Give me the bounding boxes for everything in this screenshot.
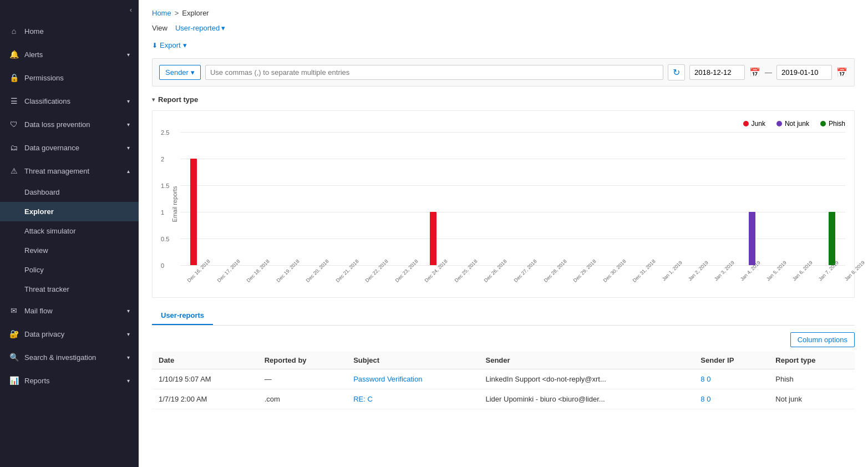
cell-sender-ip[interactable]: 8 0: [694, 369, 769, 389]
filter-input[interactable]: [205, 65, 663, 80]
cell-report-type: Not junk: [769, 389, 855, 409]
table-row: 1/10/19 5:07 AM—Password VerificationLin…: [152, 369, 855, 389]
sidebar-item-attack-simulator[interactable]: Attack simulator: [0, 221, 139, 241]
column-options-button[interactable]: Column options: [790, 332, 855, 347]
bar-group: [819, 132, 845, 265]
view-select[interactable]: User-reported ▾: [175, 24, 225, 32]
col-header-subject[interactable]: Subject: [347, 352, 479, 369]
y-tick-1: 1: [161, 209, 164, 216]
y-tick-15: 1.5: [161, 182, 169, 189]
col-header-date[interactable]: Date: [152, 352, 258, 369]
sidebar-item-permissions[interactable]: 🔒 Permissions: [0, 66, 139, 89]
cell-subject[interactable]: Password Verification: [347, 369, 479, 389]
sidebar-item-data-governance[interactable]: 🗂 Data governance ▾: [0, 136, 139, 159]
filter-bar: Sender ▾ ↻ 📅 — 📅: [152, 58, 855, 87]
cell-report-type: Phish: [769, 369, 855, 389]
col-header-report-type[interactable]: Report type: [769, 352, 855, 369]
sidebar-item-dashboard[interactable]: Dashboard: [0, 182, 139, 202]
bar-group: [739, 132, 765, 265]
sender-button[interactable]: Sender ▾: [159, 65, 201, 80]
bar-group: [632, 132, 659, 265]
chart-bars: [180, 132, 845, 265]
collapse-icon[interactable]: ▾: [152, 97, 155, 103]
sidebar-item-review[interactable]: Review: [0, 241, 139, 260]
chevron-down-icon: ▾: [127, 145, 130, 151]
breadcrumb: Home > Explorer: [152, 9, 855, 17]
threat-management-icon: ⚠: [9, 166, 19, 176]
end-date-input[interactable]: [776, 65, 832, 80]
sidebar-item-home[interactable]: ⌂ Home: [0, 19, 139, 43]
permissions-icon: 🔒: [9, 73, 19, 83]
refresh-button[interactable]: ↻: [668, 64, 685, 80]
sub-item-label: Explorer: [24, 207, 54, 216]
chart-legend: Junk Not junk Phish: [180, 120, 845, 128]
start-date-input[interactable]: [689, 65, 745, 80]
export-button[interactable]: ⬇ Export ▾: [152, 39, 855, 52]
chevron-down-icon: ▾: [183, 41, 187, 49]
y-tick-2: 2: [161, 156, 164, 163]
chevron-up-icon: ▴: [127, 168, 130, 174]
legend-phish-label: Phish: [829, 120, 845, 128]
data-privacy-icon: 🔐: [9, 329, 19, 339]
view-value: User-reported: [175, 24, 220, 32]
cell-subject[interactable]: RE: C: [347, 389, 479, 409]
tab-user-reports-label: User-reports: [161, 311, 204, 319]
chevron-down-icon: ▾: [127, 331, 130, 337]
sidebar-item-policy[interactable]: Policy: [0, 260, 139, 280]
chevron-down-icon: ▾: [127, 354, 130, 361]
col-header-sender-ip[interactable]: Sender IP: [694, 352, 769, 369]
sub-item-label: Dashboard: [24, 188, 60, 196]
col-header-sender[interactable]: Sender: [479, 352, 694, 369]
sidebar-item-label: Data loss prevention: [24, 120, 121, 129]
sidebar-item-data-privacy[interactable]: 🔐 Data privacy ▾: [0, 322, 139, 346]
sidebar-item-alerts[interactable]: 🔔 Alerts ▾: [0, 43, 139, 66]
chart-bar[interactable]: [749, 212, 755, 265]
table-header-row: Date Reported by Subject Sender Sender I…: [152, 352, 855, 369]
chart-area: 2.5 2 1.5 1 0.5 0: [180, 132, 845, 265]
view-toolbar: View User-reported ▾: [152, 24, 855, 32]
y-axis-label: Email reports: [171, 186, 178, 222]
chart-container: Junk Not junk Phish Email reports 2.5: [152, 110, 855, 298]
phish-dot: [820, 121, 826, 126]
y-tick-05: 0.5: [161, 236, 169, 242]
view-label: View: [152, 24, 167, 32]
breadcrumb-home[interactable]: Home: [152, 9, 171, 17]
sidebar-item-threat-tracker[interactable]: Threat tracker: [0, 280, 139, 299]
sidebar-item-label: Permissions: [24, 74, 130, 82]
chart-bar[interactable]: [190, 159, 197, 265]
sidebar-item-threat-management[interactable]: ⚠ Threat management ▴: [0, 159, 139, 182]
bar-group: [367, 132, 393, 265]
sidebar-item-data-loss-prevention[interactable]: 🛡 Data loss prevention ▾: [0, 113, 139, 136]
breadcrumb-separator: >: [175, 9, 179, 17]
chart-bar[interactable]: [829, 212, 835, 265]
sidebar-item-label: Alerts: [24, 50, 121, 59]
cell-sender: Lider Upominki - biuro <biuro@lider...: [479, 389, 694, 409]
sidebar-item-explorer[interactable]: Explorer: [0, 202, 139, 221]
calendar-end-icon[interactable]: 📅: [836, 67, 847, 78]
bar-group: [207, 132, 234, 265]
tabs-row: User-reports: [152, 307, 855, 326]
sidebar-item-label: Home: [24, 27, 130, 35]
chevron-down-icon: ▾: [127, 378, 130, 384]
column-options-area: Column options: [152, 332, 855, 347]
bar-group: [712, 132, 739, 265]
sidebar-item-reports[interactable]: 📊 Reports ▾: [0, 369, 139, 392]
refresh-icon: ↻: [673, 68, 680, 77]
col-header-reported-by[interactable]: Reported by: [258, 352, 347, 369]
sidebar-collapse-button[interactable]: ‹: [0, 0, 139, 19]
chevron-down-icon: ▾: [221, 24, 225, 32]
chart-bar[interactable]: [430, 212, 436, 265]
cell-sender-ip[interactable]: 8 0: [694, 389, 769, 409]
sidebar-item-classifications[interactable]: ☰ Classifications ▾: [0, 89, 139, 113]
bar-group: [499, 132, 526, 265]
column-options-label: Column options: [798, 336, 847, 344]
table-row: 1/7/19 2:00 AM.comRE: CLider Upominki - …: [152, 389, 855, 409]
calendar-start-icon[interactable]: 📅: [749, 67, 760, 78]
sidebar-item-mail-flow[interactable]: ✉ Mail flow ▾: [0, 299, 139, 322]
sidebar-item-search-investigation[interactable]: 🔍 Search & investigation ▾: [0, 346, 139, 369]
report-type-title: Report type: [158, 95, 198, 104]
export-label: Export: [160, 41, 181, 49]
tab-user-reports[interactable]: User-reports: [152, 307, 213, 325]
not-junk-dot: [776, 121, 782, 126]
bar-group: [765, 132, 792, 265]
